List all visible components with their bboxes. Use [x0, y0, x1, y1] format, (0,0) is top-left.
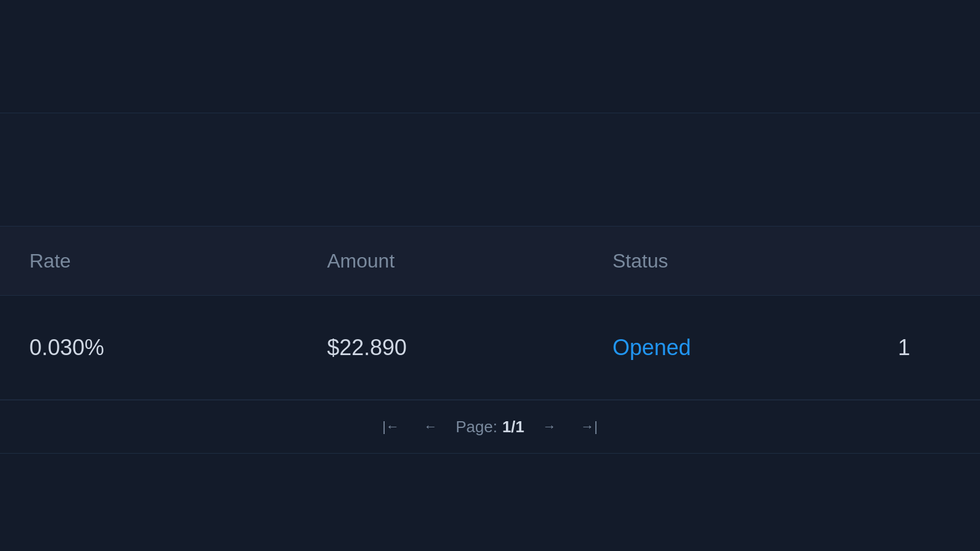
pagination-bar: |← ← Page: 1/1 → →|	[0, 400, 980, 454]
status-header-label: Status	[612, 250, 668, 272]
second-section	[0, 113, 980, 227]
next-page-icon: →	[543, 419, 556, 435]
rate-header-label: Rate	[29, 250, 71, 272]
column-header-rate: Rate	[29, 250, 327, 272]
column-header-amount: Amount	[327, 250, 612, 272]
cell-rate: 0.030%	[29, 335, 327, 361]
cell-extra: 1	[898, 335, 951, 361]
first-page-button[interactable]: |←	[376, 414, 405, 440]
first-page-icon: |←	[382, 419, 399, 435]
pagination-text: Page: 1/1	[456, 418, 524, 437]
pagination-label: Page:	[456, 418, 497, 437]
next-page-button[interactable]: →	[537, 414, 562, 440]
rate-value: 0.030%	[29, 335, 104, 360]
table-header: Rate Amount Status	[0, 227, 980, 296]
prev-page-icon: ←	[424, 419, 437, 435]
cell-amount: $22.890	[327, 335, 612, 361]
last-page-icon: →|	[581, 419, 598, 435]
cell-status: Opened	[612, 335, 898, 361]
amount-header-label: Amount	[327, 250, 394, 272]
last-page-button[interactable]: →|	[575, 414, 604, 440]
extra-value: 1	[898, 335, 910, 360]
top-section	[0, 0, 980, 113]
amount-value: $22.890	[327, 335, 407, 360]
status-value: Opened	[612, 335, 691, 360]
column-header-status: Status	[612, 250, 898, 272]
pagination-current: 1/1	[502, 418, 524, 437]
table-row[interactable]: 0.030% $22.890 Opened 1	[0, 296, 980, 400]
prev-page-button[interactable]: ←	[418, 414, 443, 440]
